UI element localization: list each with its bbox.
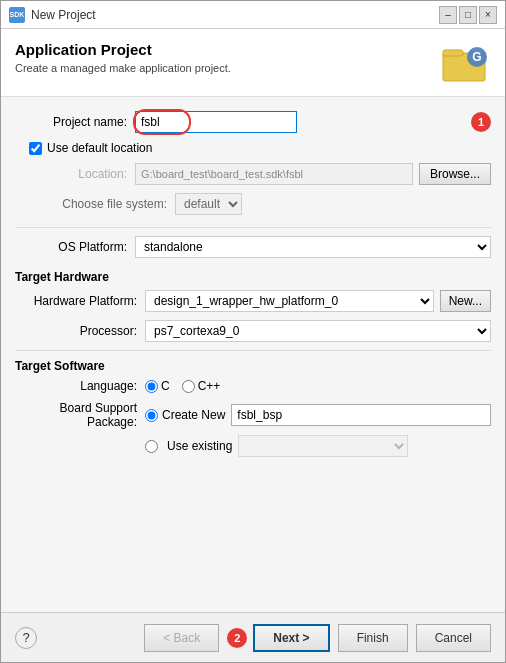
browse-button[interactable]: Browse... [419, 163, 491, 185]
use-default-checkbox[interactable] [29, 142, 42, 155]
language-radio-group: C C++ [145, 379, 220, 393]
close-button[interactable]: × [479, 6, 497, 24]
language-c-label: C [161, 379, 170, 393]
title-bar: SDK New Project – □ × [1, 1, 505, 29]
window-controls: – □ × [439, 6, 497, 24]
dialog-header: Application Project Create a managed mak… [1, 29, 505, 97]
app-icon: SDK [9, 7, 25, 23]
next-button[interactable]: Next > [253, 624, 329, 652]
use-existing-radio[interactable] [145, 440, 158, 453]
location-input[interactable] [135, 163, 413, 185]
divider-2 [15, 350, 491, 351]
project-name-wrapper: 1 [135, 111, 491, 133]
bottom-bar: ? < Back 2 Next > Finish Cancel [1, 612, 505, 662]
hardware-platform-label: Hardware Platform: [15, 294, 145, 308]
bsp-name-input[interactable] [231, 404, 491, 426]
location-label: Location: [15, 167, 135, 181]
create-new-label: Create New [162, 408, 225, 422]
location-row: Location: Browse... [15, 163, 491, 185]
bsp-create-new-container: Create New [145, 404, 491, 426]
language-cpp-radio[interactable] [182, 380, 195, 393]
navigation-buttons: < Back 2 Next > Finish Cancel [144, 624, 491, 652]
language-row: Language: C C++ [15, 379, 491, 393]
os-platform-label: OS Platform: [15, 240, 135, 254]
next-button-container: 2 Next > [227, 624, 329, 652]
cancel-button[interactable]: Cancel [416, 624, 491, 652]
create-new-radio[interactable] [145, 409, 158, 422]
filesystem-row: Choose file system: default [15, 193, 491, 215]
finish-button[interactable]: Finish [338, 624, 408, 652]
header-icon: G [441, 41, 491, 86]
hardware-platform-row: Hardware Platform: design_1_wrapper_hw_p… [15, 290, 491, 312]
svg-rect-1 [443, 50, 463, 56]
processor-label: Processor: [15, 324, 145, 338]
form-area: Project name: 1 Use default location Loc… [1, 97, 505, 612]
language-label: Language: [15, 379, 145, 393]
os-platform-row: OS Platform: standalone [15, 236, 491, 258]
bsp-label: Board Support Package: [15, 401, 145, 429]
header-text: Application Project Create a managed mak… [15, 41, 231, 74]
use-existing-label: Use existing [167, 439, 232, 453]
minimize-button[interactable]: – [439, 6, 457, 24]
processor-select[interactable]: ps7_cortexa9_0 [145, 320, 491, 342]
target-software-section-label: Target Software [15, 359, 491, 373]
language-cpp-option[interactable]: C++ [182, 379, 221, 393]
project-name-label: Project name: [15, 115, 135, 129]
use-default-label[interactable]: Use default location [47, 141, 152, 155]
help-button[interactable]: ? [15, 627, 37, 649]
window-title: New Project [31, 8, 439, 22]
page-subtitle: Create a managed make application projec… [15, 62, 231, 74]
project-name-row: Project name: 1 [15, 111, 491, 133]
maximize-button[interactable]: □ [459, 6, 477, 24]
language-cpp-label: C++ [198, 379, 221, 393]
project-input-container [135, 111, 465, 133]
divider-1 [15, 227, 491, 228]
project-name-input[interactable] [135, 111, 297, 133]
hardware-platform-select[interactable]: design_1_wrapper_hw_platform_0 [145, 290, 434, 312]
new-project-window: SDK New Project – □ × Application Projec… [0, 0, 506, 663]
os-platform-select[interactable]: standalone [135, 236, 491, 258]
annotation-1: 1 [471, 112, 491, 132]
bsp-row: Board Support Package: Create New [15, 401, 491, 429]
processor-row: Processor: ps7_cortexa9_0 [15, 320, 491, 342]
filesystem-label: Choose file system: [15, 197, 175, 211]
folder-svg: G [441, 41, 491, 86]
page-title: Application Project [15, 41, 231, 58]
svg-text:G: G [472, 50, 481, 64]
annotation-2: 2 [227, 628, 247, 648]
back-button[interactable]: < Back [144, 624, 219, 652]
language-c-option[interactable]: C [145, 379, 170, 393]
filesystem-select[interactable]: default [175, 193, 242, 215]
target-hardware-section-label: Target Hardware [15, 270, 491, 284]
use-existing-row: Use existing [15, 435, 491, 457]
default-location-row: Use default location [15, 141, 491, 155]
existing-bsp-select[interactable] [238, 435, 408, 457]
language-c-radio[interactable] [145, 380, 158, 393]
new-platform-button[interactable]: New... [440, 290, 491, 312]
